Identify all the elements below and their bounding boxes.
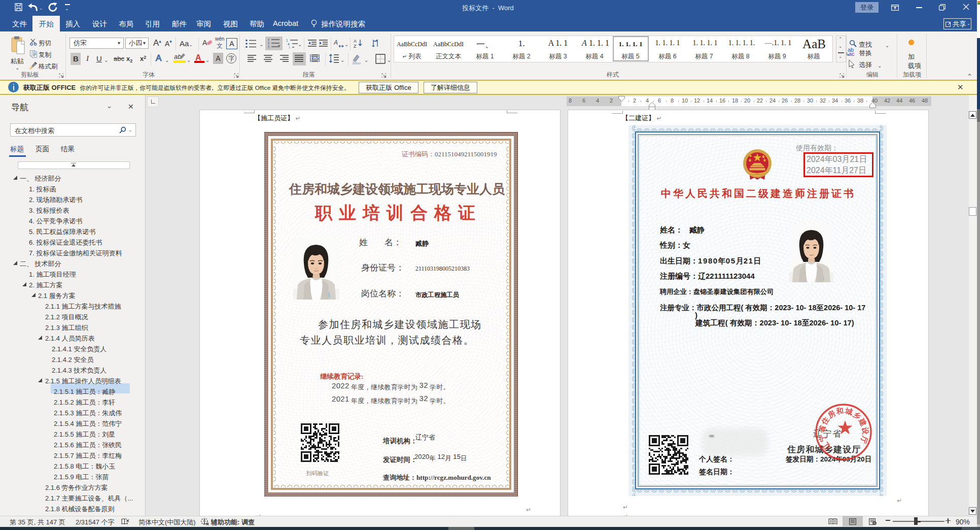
svg-text:a: a	[288, 42, 290, 46]
svg-text:1: 1	[286, 39, 288, 42]
svg-text:1: 1	[268, 39, 269, 42]
svg-text:A: A	[334, 39, 338, 46]
svg-text:2: 2	[268, 42, 269, 45]
svg-text:A: A	[354, 39, 357, 44]
svg-text:i: i	[289, 46, 290, 49]
svg-text:Z: Z	[354, 44, 357, 48]
svg-text:3: 3	[268, 46, 269, 49]
